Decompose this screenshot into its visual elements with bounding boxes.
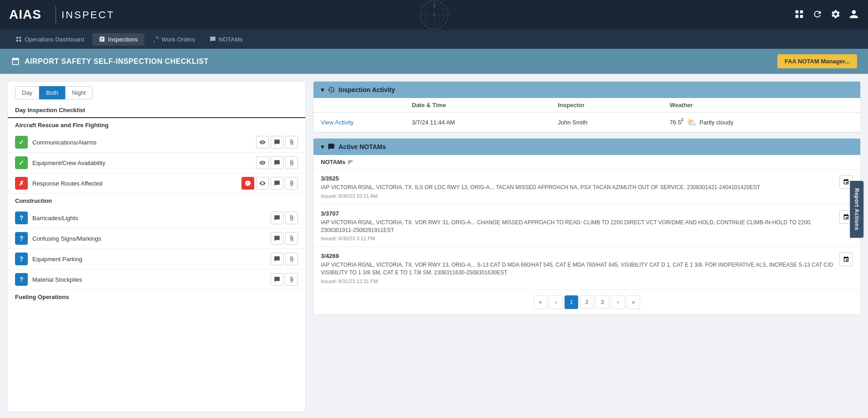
comment-btn-equip-parking[interactable] <box>271 253 283 265</box>
col-date-time <box>313 98 405 113</box>
faa-notam-btn[interactable]: FAA NOTAM Manager... <box>777 54 857 68</box>
comment-btn-barricades[interactable] <box>271 212 283 224</box>
item-label-equip-parking: Equipment Parking <box>32 256 266 263</box>
attach-btn-material[interactable] <box>285 273 298 286</box>
alert-btn-response-routes[interactable] <box>241 177 254 190</box>
comment-btn-response-routes[interactable] <box>271 177 283 190</box>
attach-btn-confusing[interactable] <box>285 232 298 245</box>
eye-icon <box>259 139 266 145</box>
svg-rect-9 <box>796 15 798 18</box>
comment-icon-m <box>274 276 280 283</box>
inspection-activity-table: Date & Time Inspector Weather View Activ… <box>313 98 860 132</box>
notam-issued-3707: Issued: 8/30/23 3:12 PM <box>321 236 835 241</box>
view-btn-response-routes[interactable] <box>256 177 269 190</box>
filter-both-btn[interactable]: Both <box>39 86 65 99</box>
filter-night-btn[interactable]: Night <box>65 86 92 99</box>
pagination-first[interactable]: « <box>534 295 547 309</box>
section-construction-header: Construction <box>8 194 305 208</box>
eye-icon-3 <box>259 180 266 186</box>
top-nav: AIAS INSPECT <box>0 0 868 30</box>
item-label-comm-alarms: Communications/Alarms <box>32 139 252 146</box>
nav-notams[interactable]: NOTAMs <box>203 33 249 46</box>
nav-inspections[interactable]: Inspections <box>92 33 144 46</box>
comment-btn-material[interactable] <box>271 273 283 286</box>
weather-cell: 76.5F ⛅ Partly cloudy <box>670 117 853 127</box>
item-label-confusing-signs: Confusing Signs/Markings <box>32 235 266 242</box>
notam-pin-icon <box>843 179 849 185</box>
notam-issued-3525: Issued: 8/30/23 10:21 AM <box>321 193 835 199</box>
nav-operations[interactable]: Operations Dashboard <box>9 33 91 46</box>
history-icon <box>328 86 335 93</box>
grid-icon[interactable] <box>794 9 804 21</box>
attach-icon-m <box>288 276 295 283</box>
pagination-page-2[interactable]: 2 <box>580 295 594 309</box>
col-weather: Weather <box>663 98 860 113</box>
right-panel: ▾ Inspection Activity Date & Time Inspec… <box>313 81 861 412</box>
notam-text-3707: IAP VICTORIA RGNL, VICTORIA, TX. VOR RWY… <box>321 219 835 234</box>
view-btn-comm-alarms[interactable] <box>256 136 269 149</box>
checklist-item-barricades: ? Barricades/Lights <box>8 208 305 228</box>
comment-btn-confusing[interactable] <box>271 232 283 245</box>
item-actions-equip-parking <box>271 253 298 265</box>
report-actions-tab[interactable]: Report Actions <box>850 181 864 237</box>
comment-icon <box>274 139 280 145</box>
refresh-icon[interactable] <box>812 9 822 21</box>
notam-row-4269: 3/4269 IAP VICTORIA RGNL, VICTORIA, TX. … <box>313 247 860 290</box>
wrench-nav-icon <box>153 36 159 42</box>
clipboard-nav-icon <box>99 36 105 42</box>
comment-btn-equip-crew[interactable] <box>271 156 283 169</box>
alert-icon <box>245 180 251 186</box>
notam-id-3707: 3/3707 <box>321 210 835 217</box>
attach-icon-2 <box>288 160 295 166</box>
pagination-last[interactable]: » <box>627 295 640 309</box>
svg-rect-14 <box>19 40 21 41</box>
user-icon[interactable] <box>849 9 859 21</box>
pagination-page-1[interactable]: 1 <box>565 295 578 309</box>
attach-btn-comm-alarms[interactable] <box>285 136 298 149</box>
item-label-barricades: Barricades/Lights <box>32 215 266 222</box>
item-actions-barricades <box>271 212 298 224</box>
page-title: AIRPORT SAFETY SELF-INSPECTION CHECKLIST <box>25 57 209 66</box>
filter-day-btn[interactable]: Day <box>15 86 39 99</box>
view-activity-link[interactable]: View Activity <box>321 119 354 126</box>
notam-content-3707: 3/3707 IAP VICTORIA RGNL, VICTORIA, TX. … <box>321 210 835 242</box>
attach-btn-barricades[interactable] <box>285 212 298 224</box>
secondary-nav: Operations Dashboard Inspections Work Or… <box>0 30 868 49</box>
notam-text-3525: IAP VICTORIA RGNL, VICTORIA, TX. ILS OR … <box>321 184 835 191</box>
item-label-response-routes: Response Routes Affected <box>32 180 237 187</box>
notam-issued-4269: Issued: 8/31/23 12:31 PM <box>321 279 835 284</box>
view-btn-equip-crew[interactable] <box>256 156 269 169</box>
comment-icon-2 <box>274 160 280 166</box>
col-date-time-label: Date & Time <box>405 98 550 113</box>
status-unknown-confusing: ? <box>15 232 28 245</box>
svg-text:AIAS: AIAS <box>9 7 41 21</box>
main-content: Day Both Night Day Inspection Checklist … <box>0 74 868 418</box>
page-header-content: AIRPORT SAFETY SELF-INSPECTION CHECKLIST <box>11 57 209 66</box>
active-notams-section: ▾ Active NOTAMs NOTAMs 3/3525 IAP VICTOR… <box>313 138 861 315</box>
pagination: « ‹ 1 2 3 › » <box>313 290 860 315</box>
logo-text: AIAS <box>9 4 50 26</box>
pagination-prev[interactable]: ‹ <box>549 295 563 309</box>
aias-logo-svg: AIAS <box>9 4 50 22</box>
activity-row: View Activity 3/7/24 11:44 AM John Smith… <box>313 113 860 132</box>
svg-rect-8 <box>800 10 803 13</box>
notam-action-btn-4269[interactable] <box>839 253 853 266</box>
checklist-item-response-routes: ✗ Response Routes Affected <box>8 173 305 194</box>
pagination-next[interactable]: › <box>611 295 625 309</box>
sort-icon[interactable] <box>347 159 354 165</box>
settings-icon[interactable] <box>831 9 841 21</box>
svg-rect-13 <box>16 40 18 41</box>
inspection-activity-header[interactable]: ▾ Inspection Activity <box>313 82 860 98</box>
comment-btn-comm-alarms[interactable] <box>271 136 283 149</box>
compass-decoration <box>384 0 484 30</box>
app-logo: AIAS INSPECT <box>9 4 114 26</box>
attach-btn-equip-parking[interactable] <box>285 253 298 265</box>
nav-workorders[interactable]: Work Orders <box>146 33 201 46</box>
checklist-title: Day Inspection Checklist <box>8 104 305 118</box>
active-notams-header[interactable]: ▾ Active NOTAMs <box>313 139 860 155</box>
attach-btn-equip-crew[interactable] <box>285 156 298 169</box>
logo-divider <box>56 6 56 24</box>
pagination-page-3[interactable]: 3 <box>596 295 609 309</box>
attach-btn-response-routes[interactable] <box>285 177 298 190</box>
inspection-activity-title: Inspection Activity <box>339 86 395 93</box>
